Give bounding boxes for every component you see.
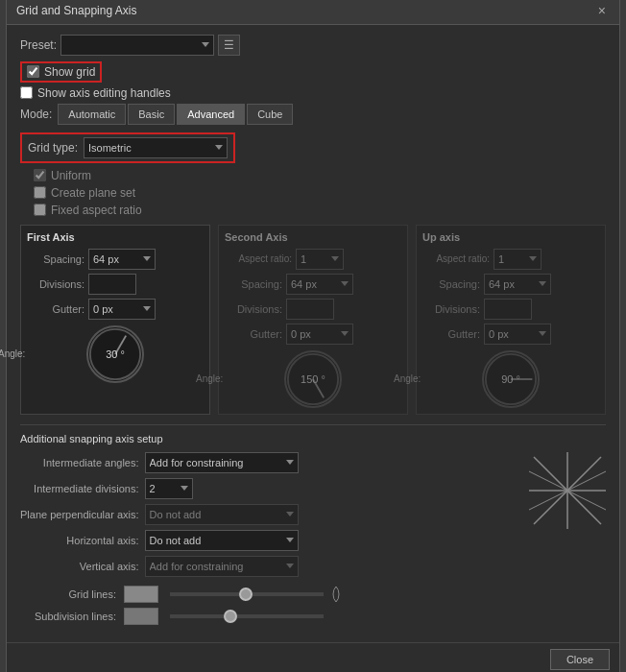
up-axis-spacing: Spacing: 64 px xyxy=(422,274,599,295)
vertical-axis-label: Vertical axis: xyxy=(20,561,139,572)
show-grid-checkbox[interactable] xyxy=(27,65,39,78)
first-axis-spacing: Spacing: 64 px xyxy=(27,249,204,270)
titlebar: Grid and Snapping Axis × xyxy=(7,0,619,25)
up-axis-gutter: Gutter: 0 px xyxy=(422,324,599,345)
up-axis-spacing-select[interactable]: 64 px xyxy=(484,274,551,295)
up-axis-gutter-select[interactable]: 0 px xyxy=(484,324,551,345)
create-plane-set-checkbox[interactable] xyxy=(34,186,46,199)
intermediate-divisions-label: Intermediate divisions: xyxy=(20,483,139,494)
grid-type-select[interactable]: Isometric Basic Radial xyxy=(84,137,228,158)
show-axis-handles-row: Show axis editing handles xyxy=(20,86,606,100)
first-axis-angle-value: 30 ° xyxy=(106,348,125,360)
second-axis-title: Second Axis xyxy=(225,231,401,243)
first-axis-divisions: Divisions: 1 xyxy=(27,274,204,295)
preset-select[interactable] xyxy=(60,35,214,56)
first-axis-gutter-label: Gutter: xyxy=(27,303,84,315)
grid-lines-row: Grid lines: xyxy=(20,585,606,604)
show-grid-row: Show grid xyxy=(20,61,606,83)
up-axis-angle-value: 90 ° xyxy=(501,373,520,385)
tab-automatic[interactable]: Automatic xyxy=(58,104,126,125)
up-axis-title: Up axis xyxy=(422,231,599,243)
axes-section: First Axis Spacing: 64 px Divisions: 1 G… xyxy=(20,225,606,415)
first-axis-gutter: Gutter: 0 px xyxy=(27,299,204,320)
color-slider-section: Grid lines: Subdivision lines: xyxy=(20,585,606,625)
second-axis-panel: Second Axis Aspect ratio: 1 Spacing: 64 … xyxy=(218,225,408,415)
intermediate-angles-select[interactable]: Add for constraining Add constraining Do… xyxy=(145,452,299,473)
subdivision-lines-label: Subdivision lines: xyxy=(20,611,116,622)
options-block: Uniform Create plane set Fixed aspect ra… xyxy=(34,169,606,217)
first-axis-dial-container: Angle: 30 ° xyxy=(27,325,204,383)
second-axis-divisions-label: Divisions: xyxy=(225,303,282,315)
grid-lines-slider-thumb[interactable] xyxy=(239,588,253,601)
vertical-axis-select[interactable]: Add for constraining Do not add Add cons… xyxy=(145,556,299,577)
preset-row: Preset: ☰ xyxy=(20,35,606,56)
grid-lines-color-box[interactable] xyxy=(124,586,158,603)
second-axis-angle-label: Angle: xyxy=(196,373,223,384)
uniform-row: Uniform xyxy=(34,169,606,182)
window-close-button[interactable]: × xyxy=(594,3,610,18)
subdivision-lines-slider-thumb[interactable] xyxy=(224,610,237,623)
up-axis-aspect: Aspect ratio: 1 xyxy=(422,249,599,270)
preset-menu-button[interactable]: ☰ xyxy=(218,35,240,56)
up-axis-dial[interactable]: 90 ° xyxy=(482,350,540,408)
uniform-label: Uniform xyxy=(51,169,91,182)
plane-perpendicular-label: Plane perpendicular axis: xyxy=(20,509,139,520)
first-axis-divisions-label: Divisions: xyxy=(27,278,84,290)
grid-lines-label: Grid lines: xyxy=(20,588,116,600)
create-plane-set-row: Create plane set xyxy=(34,186,606,200)
up-axis-spacing-label: Spacing: xyxy=(422,278,480,290)
grid-lines-slider-container xyxy=(170,586,324,603)
plane-perpendicular-select[interactable]: Do not add Add for constraining Add cons… xyxy=(145,504,299,525)
second-axis-spacing-label: Spacing: xyxy=(225,278,282,290)
preset-label: Preset: xyxy=(20,38,57,52)
subdivision-lines-row: Subdivision lines: xyxy=(20,608,606,625)
first-axis-dial[interactable]: 30 ° xyxy=(86,325,144,383)
fixed-aspect-ratio-row: Fixed aspect ratio xyxy=(34,204,606,217)
tab-advanced[interactable]: Advanced xyxy=(177,104,245,125)
show-axis-handles-label: Show axis editing handles xyxy=(37,86,171,100)
second-axis-gutter-select[interactable]: 0 px xyxy=(286,324,353,345)
intermediate-angles-label: Intermediate angles: xyxy=(20,457,139,468)
up-axis-angle-label: Angle: xyxy=(394,373,421,384)
tab-basic[interactable]: Basic xyxy=(128,104,175,125)
first-axis-gutter-select[interactable]: 0 px xyxy=(88,299,156,320)
first-axis-panel: First Axis Spacing: 64 px Divisions: 1 G… xyxy=(20,225,210,415)
intermediate-divisions-select[interactable]: 2 1 3 4 xyxy=(145,478,193,499)
up-axis-aspect-select[interactable]: 1 xyxy=(494,249,542,270)
horizontal-axis-select[interactable]: Do not add Add for constraining Add cons… xyxy=(145,530,299,551)
second-axis-divisions-input[interactable]: 1 xyxy=(286,299,334,320)
first-axis-divisions-input[interactable]: 1 xyxy=(88,274,136,295)
create-plane-set-label: Create plane set xyxy=(51,186,135,200)
up-axis-divisions-label: Divisions: xyxy=(422,303,480,315)
first-axis-spacing-label: Spacing: xyxy=(27,253,84,265)
up-axis-divisions-input[interactable]: 1 xyxy=(484,299,532,320)
subdivision-lines-slider-container xyxy=(170,608,324,625)
tab-cube[interactable]: Cube xyxy=(247,104,293,125)
fixed-aspect-ratio-checkbox[interactable] xyxy=(34,204,46,216)
first-axis-spacing-select[interactable]: 64 px xyxy=(88,249,156,270)
second-axis-aspect-select[interactable]: 1 xyxy=(296,249,344,270)
snap-section-inner: Intermediate angles: Add for constrainin… xyxy=(20,452,606,577)
mode-tabs: Mode: Automatic Basic Advanced Cube xyxy=(20,104,606,125)
first-axis-angle-label: Angle: xyxy=(0,348,25,359)
second-axis-spacing: Spacing: 64 px xyxy=(225,274,401,295)
horizontal-axis-label: Horizontal axis: xyxy=(20,535,139,546)
fixed-aspect-ratio-label: Fixed aspect ratio xyxy=(51,204,142,217)
second-axis-dial[interactable]: 150 ° xyxy=(284,350,342,408)
first-axis-title: First Axis xyxy=(27,231,204,243)
up-axis-divisions: Divisions: 1 xyxy=(422,299,599,320)
second-axis-spacing-select[interactable]: 64 px xyxy=(286,274,353,295)
second-axis-aspect: Aspect ratio: 1 xyxy=(225,249,401,270)
up-axis-panel: Up axis Aspect ratio: 1 Spacing: 64 px D… xyxy=(416,225,606,415)
dialog-footer: Close xyxy=(7,642,619,673)
snapping-title: Additional snapping axis setup xyxy=(20,433,606,444)
close-dialog-button[interactable]: Close xyxy=(550,649,610,670)
show-axis-handles-checkbox[interactable] xyxy=(20,86,33,99)
uniform-checkbox[interactable] xyxy=(34,169,46,181)
second-axis-angle-value: 150 ° xyxy=(301,373,325,385)
subdivision-lines-color-box[interactable] xyxy=(124,608,158,625)
mode-label: Mode: xyxy=(20,108,52,121)
grid-lines-link-icon xyxy=(331,585,341,604)
show-grid-highlight: Show grid xyxy=(20,61,102,83)
second-axis-aspect-label: Aspect ratio: xyxy=(225,253,292,264)
